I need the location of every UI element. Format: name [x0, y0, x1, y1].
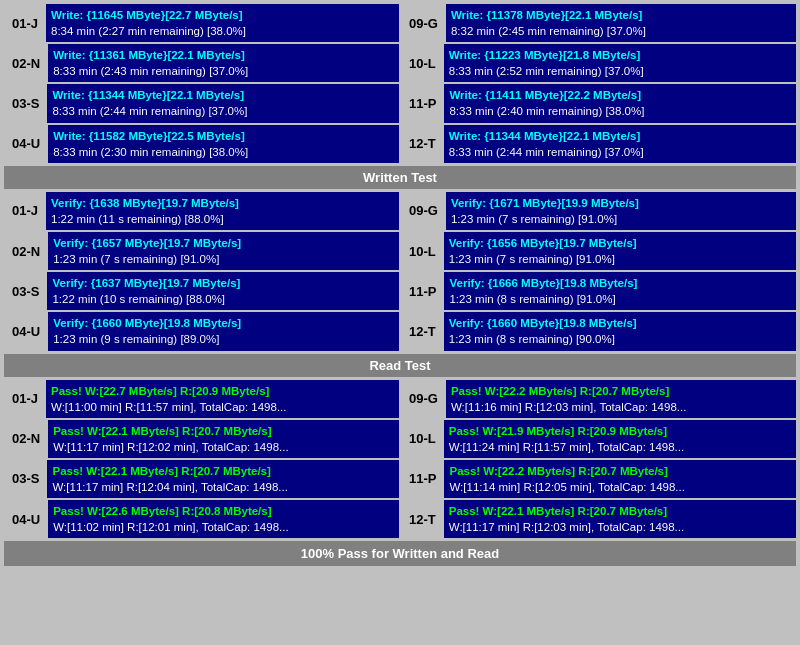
read-label-03s: 03-S: [4, 460, 47, 498]
write-row-04u: 04-U Write: {11582 MByte}[22.5 MByte/s] …: [4, 125, 399, 163]
read-content-10l: Pass! W:[21.9 MByte/s] R:[20.9 MByte/s] …: [444, 420, 796, 458]
verify-content-01j: Verify: {1638 MByte}[19.7 MByte/s] 1:22 …: [46, 192, 399, 230]
verify-row-09g: 09-G Verify: {1671 MByte}[19.9 MByte/s] …: [401, 192, 796, 230]
label-04u: 04-U: [4, 125, 48, 163]
verify-line1-02n: Verify: {1657 MByte}[19.7 MByte/s]: [53, 235, 394, 251]
read-line2-04u: W:[11:02 min] R:[12:01 min], TotalCap: 1…: [53, 519, 394, 535]
verify-line1-10l: Verify: {1656 MByte}[19.7 MByte/s]: [449, 235, 791, 251]
read-label-01j: 01-J: [4, 380, 46, 418]
write-line2-11p: 8:33 min (2:40 min remaining) [38.0%]: [449, 103, 791, 119]
label-09g: 09-G: [401, 4, 446, 42]
read-label-11p: 11-P: [401, 460, 444, 498]
read-content-11p: Pass! W:[22.2 MByte/s] R:[20.7 MByte/s] …: [444, 460, 796, 498]
written-test-header: Written Test: [4, 166, 796, 189]
content-01j: Write: {11645 MByte}[22.7 MByte/s] 8:34 …: [46, 4, 399, 42]
label-10l: 10-L: [401, 44, 444, 82]
read-row-03s: 03-S Pass! W:[22.1 MByte/s] R:[20.7 MByt…: [4, 460, 399, 498]
write-line2-10l: 8:33 min (2:52 min remaining) [37.0%]: [449, 63, 791, 79]
verify-row-04u: 04-U Verify: {1660 MByte}[19.8 MByte/s] …: [4, 312, 399, 350]
verify-line1-09g: Verify: {1671 MByte}[19.9 MByte/s]: [451, 195, 791, 211]
write-grid: 01-J Write: {11645 MByte}[22.7 MByte/s] …: [4, 4, 796, 163]
write-row-02n: 02-N Write: {11361 MByte}[22.1 MByte/s] …: [4, 44, 399, 82]
verify-grid: 01-J Verify: {1638 MByte}[19.7 MByte/s] …: [4, 192, 796, 351]
read-content-01j: Pass! W:[22.7 MByte/s] R:[20.9 MByte/s] …: [46, 380, 399, 418]
verify-line1-04u: Verify: {1660 MByte}[19.8 MByte/s]: [53, 315, 394, 331]
write-row-12t: 12-T Write: {11344 MByte}[22.1 MByte/s] …: [401, 125, 796, 163]
write-line2-12t: 8:33 min (2:44 min remaining) [37.0%]: [449, 144, 791, 160]
verify-line1-11p: Verify: {1666 MByte}[19.8 MByte/s]: [449, 275, 791, 291]
verify-line2-03s: 1:22 min (10 s remaining) [88.0%]: [52, 291, 394, 307]
read-line2-10l: W:[11:24 min] R:[11:57 min], TotalCap: 1…: [449, 439, 791, 455]
read-line1-02n: Pass! W:[22.1 MByte/s] R:[20.7 MByte/s]: [53, 423, 394, 439]
write-line1-01j: Write: {11645 MByte}[22.7 MByte/s]: [51, 7, 394, 23]
read-grid: 01-J Pass! W:[22.7 MByte/s] R:[20.9 MByt…: [4, 380, 796, 539]
verify-label-11p: 11-P: [401, 272, 444, 310]
write-line1-10l: Write: {11223 MByte}[21.8 MByte/s]: [449, 47, 791, 63]
verify-line2-01j: 1:22 min (11 s remaining) [88.0%]: [51, 211, 394, 227]
verify-line2-12t: 1:23 min (8 s remaining) [90.0%]: [449, 331, 791, 347]
read-row-09g: 09-G Pass! W:[22.2 MByte/s] R:[20.7 MByt…: [401, 380, 796, 418]
read-content-03s: Pass! W:[22.1 MByte/s] R:[20.7 MByte/s] …: [47, 460, 399, 498]
verify-line1-01j: Verify: {1638 MByte}[19.7 MByte/s]: [51, 195, 394, 211]
write-row-10l: 10-L Write: {11223 MByte}[21.8 MByte/s] …: [401, 44, 796, 82]
write-line2-04u: 8:33 min (2:30 min remaining) [38.0%]: [53, 144, 394, 160]
label-02n: 02-N: [4, 44, 48, 82]
verify-row-03s: 03-S Verify: {1637 MByte}[19.7 MByte/s] …: [4, 272, 399, 310]
verify-line2-09g: 1:23 min (7 s remaining) [91.0%]: [451, 211, 791, 227]
read-line2-09g: W:[11:16 min] R:[12:03 min], TotalCap: 1…: [451, 399, 791, 415]
content-04u: Write: {11582 MByte}[22.5 MByte/s] 8:33 …: [48, 125, 399, 163]
read-line1-01j: Pass! W:[22.7 MByte/s] R:[20.9 MByte/s]: [51, 383, 394, 399]
read-row-11p: 11-P Pass! W:[22.2 MByte/s] R:[20.7 MByt…: [401, 460, 796, 498]
write-line2-03s: 8:33 min (2:44 min remaining) [37.0%]: [52, 103, 394, 119]
verify-row-10l: 10-L Verify: {1656 MByte}[19.7 MByte/s] …: [401, 232, 796, 270]
write-line2-09g: 8:32 min (2:45 min remaining) [37.0%]: [451, 23, 791, 39]
read-section: 01-J Pass! W:[22.7 MByte/s] R:[20.9 MByt…: [4, 380, 796, 539]
read-line2-11p: W:[11:14 min] R:[12:05 min], TotalCap: 1…: [449, 479, 791, 495]
read-content-04u: Pass! W:[22.6 MByte/s] R:[20.8 MByte/s] …: [48, 500, 399, 538]
write-row-11p: 11-P Write: {11411 MByte}[22.2 MByte/s] …: [401, 84, 796, 122]
read-label-10l: 10-L: [401, 420, 444, 458]
content-11p: Write: {11411 MByte}[22.2 MByte/s] 8:33 …: [444, 84, 796, 122]
verify-line2-02n: 1:23 min (7 s remaining) [91.0%]: [53, 251, 394, 267]
verify-label-02n: 02-N: [4, 232, 48, 270]
verify-row-11p: 11-P Verify: {1666 MByte}[19.8 MByte/s] …: [401, 272, 796, 310]
write-line1-12t: Write: {11344 MByte}[22.1 MByte/s]: [449, 128, 791, 144]
write-section: 01-J Write: {11645 MByte}[22.7 MByte/s] …: [4, 4, 796, 163]
read-row-02n: 02-N Pass! W:[22.1 MByte/s] R:[20.7 MByt…: [4, 420, 399, 458]
verify-section: 01-J Verify: {1638 MByte}[19.7 MByte/s] …: [4, 192, 796, 351]
write-row-01j: 01-J Write: {11645 MByte}[22.7 MByte/s] …: [4, 4, 399, 42]
read-line2-03s: W:[11:17 min] R:[12:04 min], TotalCap: 1…: [52, 479, 394, 495]
read-line1-09g: Pass! W:[22.2 MByte/s] R:[20.7 MByte/s]: [451, 383, 791, 399]
verify-line1-12t: Verify: {1660 MByte}[19.8 MByte/s]: [449, 315, 791, 331]
verify-label-01j: 01-J: [4, 192, 46, 230]
read-row-10l: 10-L Pass! W:[21.9 MByte/s] R:[20.9 MByt…: [401, 420, 796, 458]
content-03s: Write: {11344 MByte}[22.1 MByte/s] 8:33 …: [47, 84, 399, 122]
read-label-12t: 12-T: [401, 500, 444, 538]
verify-line2-11p: 1:23 min (8 s remaining) [91.0%]: [449, 291, 791, 307]
read-row-04u: 04-U Pass! W:[22.6 MByte/s] R:[20.8 MByt…: [4, 500, 399, 538]
write-line1-11p: Write: {11411 MByte}[22.2 MByte/s]: [449, 87, 791, 103]
verify-label-09g: 09-G: [401, 192, 446, 230]
write-row-03s: 03-S Write: {11344 MByte}[22.1 MByte/s] …: [4, 84, 399, 122]
read-line1-03s: Pass! W:[22.1 MByte/s] R:[20.7 MByte/s]: [52, 463, 394, 479]
verify-content-09g: Verify: {1671 MByte}[19.9 MByte/s] 1:23 …: [446, 192, 796, 230]
read-line1-11p: Pass! W:[22.2 MByte/s] R:[20.7 MByte/s]: [449, 463, 791, 479]
main-container: 01-J Write: {11645 MByte}[22.7 MByte/s] …: [0, 0, 800, 570]
write-line1-02n: Write: {11361 MByte}[22.1 MByte/s]: [53, 47, 394, 63]
label-03s: 03-S: [4, 84, 47, 122]
label-01j: 01-J: [4, 4, 46, 42]
verify-content-03s: Verify: {1637 MByte}[19.7 MByte/s] 1:22 …: [47, 272, 399, 310]
verify-row-01j: 01-J Verify: {1638 MByte}[19.7 MByte/s] …: [4, 192, 399, 230]
read-content-12t: Pass! W:[22.1 MByte/s] R:[20.7 MByte/s] …: [444, 500, 796, 538]
label-11p: 11-P: [401, 84, 444, 122]
verify-line2-10l: 1:23 min (7 s remaining) [91.0%]: [449, 251, 791, 267]
read-content-09g: Pass! W:[22.2 MByte/s] R:[20.7 MByte/s] …: [446, 380, 796, 418]
verify-row-12t: 12-T Verify: {1660 MByte}[19.8 MByte/s] …: [401, 312, 796, 350]
content-02n: Write: {11361 MByte}[22.1 MByte/s] 8:33 …: [48, 44, 399, 82]
read-line1-10l: Pass! W:[21.9 MByte/s] R:[20.9 MByte/s]: [449, 423, 791, 439]
write-line1-09g: Write: {11378 MByte}[22.1 MByte/s]: [451, 7, 791, 23]
read-label-09g: 09-G: [401, 380, 446, 418]
content-12t: Write: {11344 MByte}[22.1 MByte/s] 8:33 …: [444, 125, 796, 163]
read-test-header: Read Test: [4, 354, 796, 377]
verify-label-12t: 12-T: [401, 312, 444, 350]
